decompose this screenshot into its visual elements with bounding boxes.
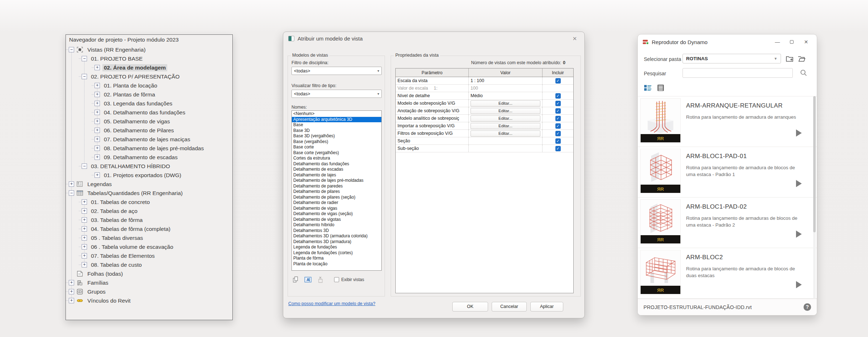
search-input[interactable] <box>683 68 793 78</box>
template-name-option[interactable]: Planta de fôrma <box>292 256 381 261</box>
tree-item[interactable]: + 05. Detalhamento de vigas <box>66 117 232 126</box>
table-row[interactable]: Importar a sobreposição V/G Editar... ✓ <box>396 122 573 130</box>
expand-toggle-icon[interactable]: + <box>69 280 74 285</box>
template-name-option[interactable]: Detalhamento de vigotas <box>292 217 381 223</box>
include-cell[interactable]: ✓ <box>542 107 573 114</box>
expand-toggle-icon[interactable]: − <box>69 47 74 52</box>
template-name-option[interactable]: Detalhamento de escadas <box>292 167 381 172</box>
search-icon[interactable] <box>800 69 807 78</box>
value-cell[interactable]: Médio <box>469 92 542 99</box>
close-icon[interactable]: ✕ <box>799 39 813 45</box>
add-folder-icon[interactable] <box>786 54 794 62</box>
tree-item[interactable]: + 06 . Tabela volume de escavação <box>66 242 232 251</box>
expand-toggle-icon[interactable]: + <box>82 208 87 214</box>
tree-item[interactable]: + 02. Área de modelagem <box>66 63 232 72</box>
list-view-icon[interactable] <box>657 84 665 92</box>
tree-item[interactable]: + 02. Tabelas de aço <box>66 207 232 215</box>
edit-button[interactable]: Editar... <box>471 130 540 137</box>
scrollbar-thumb[interactable] <box>813 96 816 232</box>
expand-toggle-icon[interactable]: − <box>82 56 87 61</box>
expand-toggle-icon[interactable]: + <box>95 128 100 133</box>
table-row[interactable]: Sub-seção ✓ <box>396 145 573 152</box>
tree-item[interactable]: − 02. PROJETO P/ APRESENTAÇÃO <box>66 72 232 81</box>
expand-toggle-icon[interactable]: + <box>95 65 100 70</box>
expand-toggle-icon[interactable]: + <box>69 298 74 303</box>
tree-item[interactable]: + 09. Detalhamento de escadas <box>66 153 232 162</box>
expand-toggle-icon[interactable]: + <box>95 172 100 178</box>
folder-dropdown[interactable]: ROTINAS ▼ <box>683 54 781 63</box>
include-checkbox-checked[interactable]: ✓ <box>555 108 561 114</box>
edit-button[interactable]: Editar... <box>471 108 540 114</box>
discipline-filter-dropdown[interactable]: <todas> ▾ <box>291 67 382 75</box>
template-name-option[interactable]: Base 3D <box>292 128 381 134</box>
table-row[interactable]: Modelo de sobreposição V/G Editar... ✓ <box>396 100 573 107</box>
value-cell[interactable]: Editar... <box>469 115 542 122</box>
template-name-option[interactable]: Cortes da estrutura <box>292 156 381 161</box>
include-checkbox-checked[interactable]: ✓ <box>555 138 561 144</box>
template-name-option[interactable]: Detalhamento de paredes <box>292 184 381 189</box>
expand-toggle-icon[interactable]: + <box>69 289 74 294</box>
play-button[interactable] <box>796 281 802 288</box>
value-cell[interactable]: Editar... <box>469 130 542 137</box>
value-cell[interactable]: Editar... <box>469 100 542 107</box>
play-button[interactable] <box>796 231 802 238</box>
tree-item[interactable]: − Vistas (RR Engenharia) <box>66 45 232 54</box>
expand-toggle-icon[interactable]: + <box>82 217 87 223</box>
tree-item[interactable]: + Legendas <box>66 180 232 189</box>
include-checkbox-checked[interactable]: ✓ <box>555 123 561 129</box>
routine-card[interactable]: RR ARM-BLOC2 Rotina para lançamento de a… <box>638 248 817 299</box>
tree-item[interactable]: + 07. Tabelas de Elementos <box>66 251 232 260</box>
play-button[interactable] <box>796 180 802 187</box>
expand-toggle-icon[interactable]: + <box>82 253 87 258</box>
template-name-option[interactable]: Detalhamentos 3D <box>292 228 381 234</box>
template-name-option[interactable]: <Nenhum> <box>292 111 381 117</box>
expand-toggle-icon[interactable]: − <box>82 74 87 79</box>
include-cell[interactable] <box>542 85 573 92</box>
help-link[interactable]: Como posso modificar um modelo de vista? <box>288 301 375 306</box>
value-cell[interactable]: Editar... <box>469 122 542 129</box>
tree-item[interactable]: + 04. Tabelas de fôrma (completa) <box>66 224 232 233</box>
include-cell[interactable]: ✓ <box>542 122 573 129</box>
table-row[interactable]: Anotação de sobreposição V/G Editar... ✓ <box>396 107 573 115</box>
tree-item[interactable]: + 01. Projetos exportados (DWG) <box>66 171 232 180</box>
table-row[interactable]: Valor de escala1: 100 <box>396 85 573 92</box>
edit-button[interactable]: Editar... <box>471 115 540 122</box>
value-cell[interactable] <box>469 145 542 152</box>
duplicate-template-icon[interactable] <box>291 276 299 284</box>
include-cell[interactable]: ✓ <box>542 115 573 122</box>
show-views-checkbox[interactable]: Exibir vistas <box>334 277 364 282</box>
tree-item[interactable]: + 08. Tabelas de custo <box>66 260 232 269</box>
expand-toggle-icon[interactable]: + <box>95 83 100 88</box>
template-name-option[interactable]: Base corte <box>292 144 381 150</box>
template-names-list[interactable]: <Nenhum> Apresentação arquitetônica 3D B… <box>291 110 382 271</box>
scrollbar[interactable] <box>813 96 816 299</box>
tree-item[interactable]: − Tabelas/Quantidades (RR Engenharia) <box>66 189 232 198</box>
expand-toggle-icon[interactable]: − <box>82 163 87 169</box>
template-name-option[interactable]: Legenda de fundações <box>292 245 381 250</box>
include-cell[interactable]: ✓ <box>542 92 573 99</box>
tree-item[interactable]: + 01. Tabelas de concreto <box>66 198 232 207</box>
edit-button[interactable]: Editar... <box>471 100 540 106</box>
tree-item[interactable]: + Famílias <box>66 278 232 287</box>
value-cell[interactable]: 100 <box>469 85 542 92</box>
edit-button[interactable]: Editar... <box>471 123 540 129</box>
expand-toggle-icon[interactable]: + <box>95 92 100 97</box>
template-name-option[interactable]: Base <box>292 122 381 128</box>
include-checkbox-checked[interactable]: ✓ <box>555 93 561 99</box>
type-filter-dropdown[interactable]: <todas> ▾ <box>291 90 382 98</box>
cancel-button[interactable]: Cancelar <box>492 302 527 312</box>
thumbnail-view-icon[interactable] <box>644 84 652 92</box>
template-name-option[interactable]: Base (vergalhões) <box>292 139 381 145</box>
template-name-option[interactable]: Detalhamento das fundações <box>292 161 381 167</box>
include-cell[interactable]: ✓ <box>542 130 573 137</box>
template-name-option[interactable]: Detalhamento híbrido <box>292 222 381 228</box>
tree-item[interactable]: − 03. DETALHAMENTO HÍBRIDO <box>66 162 232 171</box>
maximize-icon[interactable] <box>785 39 799 45</box>
template-name-option[interactable]: Legenda de fundações (cortes) <box>292 250 381 256</box>
tree-item[interactable]: + 01. Planta de locação <box>66 81 232 90</box>
template-name-option[interactable]: Detalhamento de radier <box>292 200 381 206</box>
tree-item[interactable]: + 03. Tabelas de fôrma <box>66 215 232 224</box>
minimize-icon[interactable]: — <box>770 39 785 45</box>
tree-item[interactable]: + 06. Detalhamento de Pilares <box>66 126 232 135</box>
ok-button[interactable]: OK <box>452 302 488 312</box>
